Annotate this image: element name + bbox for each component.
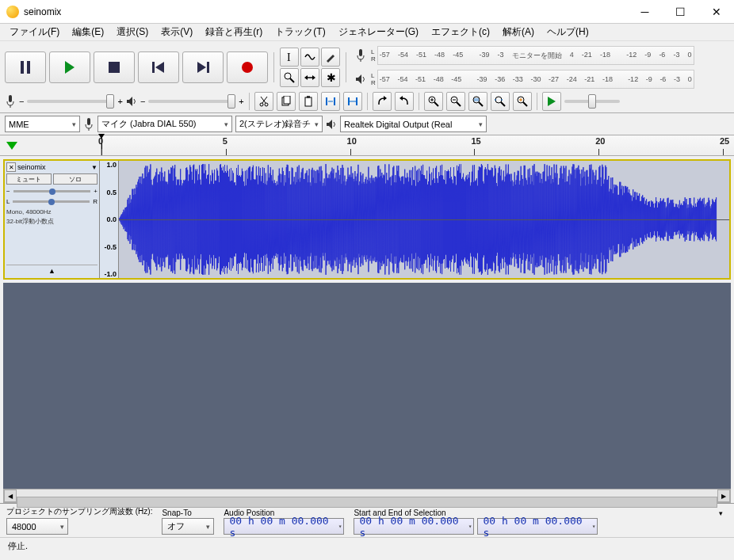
svg-point-8	[242, 62, 253, 73]
toolbar-area: I ✱ LR -57-54-51-48-45-39-3モニターを開始4-21-1…	[0, 41, 734, 113]
slider-plus-icon: +	[117, 97, 122, 106]
window-title: seinomix	[24, 6, 61, 17]
selection-mode-dropdown-icon[interactable]: ▾	[719, 509, 723, 517]
timeshift-tool-button[interactable]	[300, 68, 319, 87]
svg-point-47	[495, 97, 502, 103]
scroll-right-button[interactable]: ▶	[717, 490, 730, 502]
svg-rect-29	[307, 96, 310, 98]
track-collapse-button[interactable]: ▲	[6, 265, 97, 276]
scroll-left-button[interactable]: ◀	[4, 490, 17, 502]
menu-transport[interactable]: 録音と再生(r)	[199, 24, 269, 40]
pause-button[interactable]	[5, 51, 46, 83]
cut-button[interactable]	[254, 92, 273, 111]
solo-button[interactable]: ソロ	[53, 173, 98, 185]
speaker-icon[interactable]	[352, 68, 369, 90]
playback-meter[interactable]: -57-54-51-48-45-39-36-33-30-27-24-21-18-…	[377, 70, 694, 89]
zoom-in-button[interactable]	[424, 92, 443, 111]
menu-select[interactable]: 選択(S)	[110, 24, 155, 40]
menu-view[interactable]: 表示(V)	[155, 24, 199, 40]
svg-line-52	[523, 102, 527, 106]
play-button[interactable]	[49, 51, 90, 83]
time-ruler[interactable]: 0510152025	[101, 135, 734, 155]
svg-rect-27	[284, 96, 290, 104]
horizontal-scrollbar[interactable]: ◀ ▶	[3, 489, 731, 503]
slider-minus-icon-2: −	[140, 97, 145, 106]
zoom-out-button[interactable]	[446, 92, 465, 111]
recording-volume-slider[interactable]	[27, 100, 114, 103]
menu-effect[interactable]: エフェクト(c)	[425, 24, 496, 40]
multi-tool-button[interactable]: ✱	[321, 68, 340, 87]
track-close-button[interactable]: ✕	[6, 162, 16, 172]
menu-analyze[interactable]: 解析(A)	[496, 24, 541, 40]
empty-track-area[interactable]	[3, 283, 731, 489]
svg-marker-36	[399, 96, 403, 101]
paste-button[interactable]	[299, 92, 318, 111]
menu-file[interactable]: ファイル(F)	[3, 24, 66, 40]
skip-start-button[interactable]	[138, 51, 179, 83]
playback-volume-slider[interactable]	[148, 100, 235, 103]
project-rate-dropdown[interactable]: 48000	[6, 518, 68, 535]
svg-marker-5	[155, 62, 164, 73]
selection-end-display[interactable]: 00 h 00 m 00.000 s	[477, 518, 598, 535]
fit-project-button[interactable]	[491, 92, 510, 111]
silence-button[interactable]	[343, 92, 362, 111]
selection-start-display[interactable]: 00 h 00 m 00.000 s	[354, 518, 474, 535]
selection-toolbar: プロジェクトのサンプリング周波数 (Hz): 48000 Snap-To オフ …	[0, 503, 734, 537]
redo-button[interactable]	[395, 92, 414, 111]
svg-marker-53	[548, 97, 556, 106]
microphone-icon[interactable]	[352, 44, 369, 67]
audio-position-display[interactable]: 00 h 00 m 00.000 s	[224, 518, 344, 535]
menu-edit[interactable]: 編集(E)	[66, 24, 110, 40]
menu-generate[interactable]: ジェネレーター(G)	[332, 24, 425, 40]
timeline[interactable]: 0510152025	[0, 135, 734, 156]
svg-rect-54	[87, 118, 90, 125]
svg-point-23	[265, 103, 268, 106]
svg-marker-2	[65, 61, 75, 74]
track-control-panel: ✕ seinomix ▼ ミュート ソロ − + L R Mono, 48000…	[5, 161, 100, 278]
waveform-display[interactable]	[119, 161, 729, 278]
track-bitdepth-label: 32-bit浮動小数点	[6, 217, 97, 226]
recording-channels-dropdown[interactable]: 2(ステレオ)録音チ	[235, 116, 323, 132]
play-position-marker-icon[interactable]	[6, 142, 17, 150]
fit-selection-button[interactable]	[468, 92, 487, 111]
recording-meter[interactable]: -57-54-51-48-45-39-3モニターを開始4-21-18-12-9-…	[377, 46, 694, 65]
pan-slider[interactable]: L R	[6, 198, 97, 205]
menu-tracks[interactable]: トラック(T)	[269, 24, 331, 40]
svg-rect-28	[305, 97, 312, 106]
track-name[interactable]: seinomix	[17, 163, 90, 171]
play-at-speed-button[interactable]	[542, 92, 561, 111]
svg-rect-0	[21, 61, 24, 74]
draw-tool-button[interactable]	[321, 48, 340, 67]
maximize-button[interactable]: ☐	[663, 0, 698, 23]
svg-text:✱: ✱	[327, 72, 336, 83]
close-button[interactable]: ✕	[698, 0, 734, 23]
svg-text:I: I	[287, 51, 291, 63]
svg-line-11	[290, 78, 294, 82]
envelope-tool-button[interactable]	[300, 48, 319, 67]
stop-button[interactable]	[94, 51, 135, 83]
recording-device-dropdown[interactable]: マイク (Jabra DIAL 550)	[97, 116, 232, 132]
skip-end-button[interactable]	[182, 51, 224, 83]
record-button[interactable]	[227, 51, 268, 83]
zoom-tool-button[interactable]	[280, 68, 299, 87]
undo-button[interactable]	[373, 92, 392, 111]
speaker-slider-icon	[126, 96, 137, 107]
zoom-toggle-button[interactable]	[513, 92, 532, 111]
copy-button[interactable]	[277, 92, 296, 111]
menu-help[interactable]: ヘルプ(H)	[541, 24, 595, 40]
track-menu-dropdown-icon[interactable]: ▼	[91, 164, 97, 171]
svg-rect-1	[27, 61, 30, 74]
scroll-thumb[interactable]	[17, 497, 717, 508]
selection-tool-button[interactable]: I	[280, 48, 299, 67]
trim-button[interactable]	[321, 92, 340, 111]
minimize-button[interactable]: ─	[627, 0, 663, 23]
gain-slider[interactable]: − +	[6, 188, 97, 195]
svg-marker-56	[327, 120, 332, 129]
svg-rect-19	[9, 95, 12, 102]
mute-button[interactable]: ミュート	[6, 173, 52, 185]
audio-host-dropdown[interactable]: MME	[5, 116, 80, 132]
amplitude-scale: 1.00.50.0-0.5-1.0	[100, 161, 119, 278]
snap-to-dropdown[interactable]: オフ	[162, 518, 214, 535]
playback-device-dropdown[interactable]: Realtek Digital Output (Real	[340, 116, 487, 132]
playback-speed-slider[interactable]	[564, 100, 620, 103]
